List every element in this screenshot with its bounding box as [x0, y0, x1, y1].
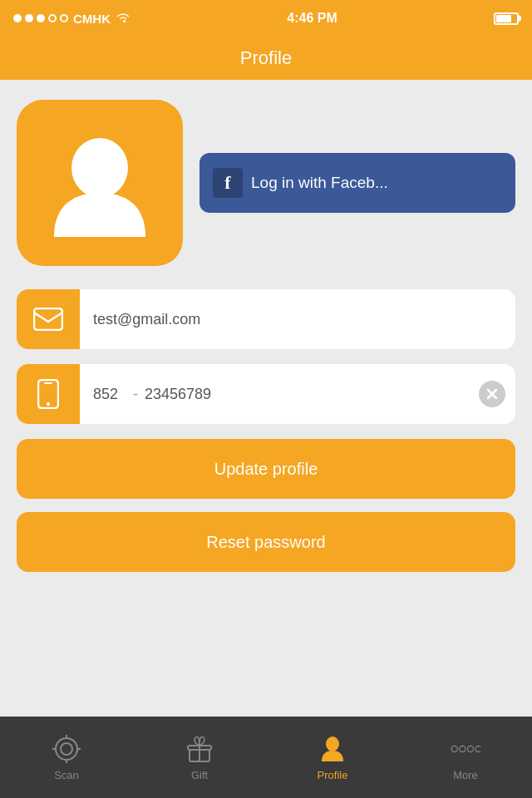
svg-point-18	[467, 746, 473, 751]
facebook-icon: f	[213, 168, 243, 198]
tab-more[interactable]: More	[399, 717, 532, 798]
svg-point-2	[47, 402, 50, 406]
svg-point-15	[326, 736, 339, 751]
clear-phone-button[interactable]	[479, 381, 505, 407]
wifi-icon	[116, 12, 131, 26]
reset-password-label: Reset password	[206, 533, 325, 551]
update-profile-button[interactable]: Update profile	[17, 439, 515, 499]
tab-more-label: More	[453, 769, 478, 781]
dot3	[37, 14, 45, 22]
dot5	[60, 14, 68, 22]
battery-indicator	[494, 12, 519, 25]
reset-password-button[interactable]: Reset password	[17, 512, 515, 572]
tab-gift[interactable]: Gift	[133, 717, 266, 798]
avatar	[17, 100, 183, 266]
svg-point-0	[71, 138, 128, 198]
tab-scan-label: Scan	[54, 769, 79, 781]
status-time: 4:46 PM	[287, 11, 337, 26]
carrier-label: CMHK	[73, 12, 111, 26]
phone-input-row: 852 - 23456789	[17, 364, 515, 424]
phone-icon	[17, 364, 80, 424]
email-input-row	[17, 289, 515, 349]
svg-point-19	[475, 746, 480, 751]
page-header: Profile	[0, 37, 532, 80]
facebook-login-button[interactable]: f Log in with Faceb...	[200, 153, 515, 213]
status-left: CMHK	[13, 12, 131, 26]
tab-scan[interactable]: Scan	[0, 717, 133, 798]
profile-icon	[318, 734, 347, 764]
update-profile-label: Update profile	[214, 460, 318, 478]
tab-bar: Scan Gift Profile	[0, 717, 532, 798]
scan-icon	[52, 734, 81, 764]
phone-section: 852 - 23456789	[80, 364, 479, 424]
top-section: f Log in with Faceb...	[17, 100, 515, 266]
page-title: Profile	[240, 47, 292, 69]
svg-point-16	[451, 746, 457, 751]
svg-point-17	[460, 746, 466, 751]
phone-country-code: 852	[80, 386, 126, 403]
facebook-btn-label: Log in with Faceb...	[251, 174, 388, 192]
phone-dash: -	[126, 386, 145, 403]
email-icon	[17, 289, 80, 349]
phone-number-value: 23456789	[145, 386, 479, 403]
tab-gift-label: Gift	[191, 769, 208, 781]
status-bar: CMHK 4:46 PM	[0, 0, 532, 37]
more-icon	[451, 734, 480, 764]
dot2	[25, 14, 33, 22]
svg-point-7	[61, 743, 72, 755]
main-content: f Log in with Faceb... 852 - 23456789	[0, 80, 532, 717]
svg-rect-1	[34, 308, 62, 330]
signal-dots	[13, 14, 68, 22]
svg-point-6	[56, 738, 77, 760]
gift-icon	[185, 734, 214, 764]
tab-profile[interactable]: Profile	[266, 717, 399, 798]
email-field[interactable]	[80, 289, 515, 349]
dot1	[13, 14, 22, 22]
dot4	[48, 14, 57, 22]
tab-profile-label: Profile	[318, 769, 348, 781]
